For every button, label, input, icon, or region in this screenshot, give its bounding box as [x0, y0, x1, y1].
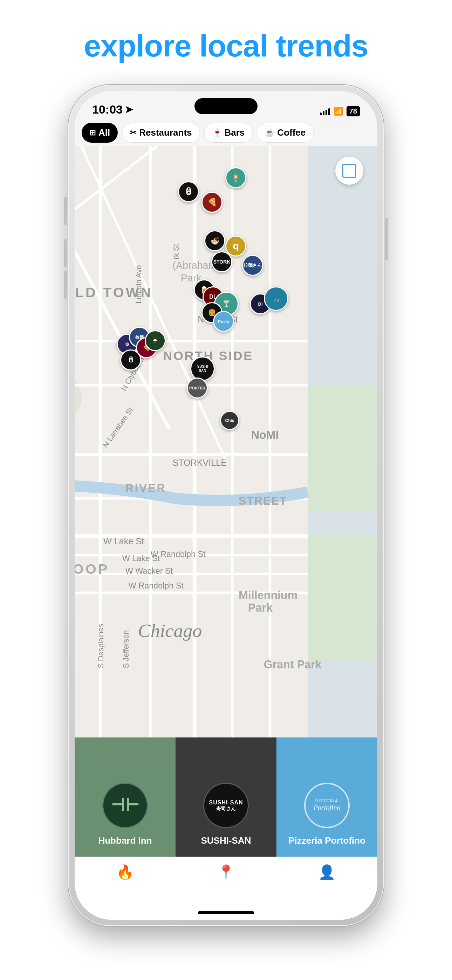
- sushi-san-logo: SUSHI-SAN 寿司さん: [203, 783, 249, 828]
- svg-text:Park: Park: [248, 601, 272, 614]
- home-indicator: [75, 906, 377, 920]
- filter-all-label: All: [99, 127, 110, 138]
- venue-card-portofino[interactable]: PIZZERIA Portofino Pizzeria Portofino: [277, 737, 377, 857]
- svg-rect-2: [308, 536, 377, 662]
- home-bar: [198, 911, 254, 914]
- svg-text:rk St: rk St: [172, 244, 180, 259]
- venue-card-hubbard-inn[interactable]: ⊣⊢ Hubbard Inn: [75, 737, 175, 857]
- phone-screen: 10:03 ➤ 📶 78 ⊞ All ✂ Re: [75, 91, 377, 920]
- svg-text:STREET: STREET: [239, 495, 287, 507]
- map-area[interactable]: W Chicago Ave W Ohio St W Lake St N Clar…: [75, 146, 377, 737]
- svg-text:Grant Park: Grant Park: [264, 658, 321, 671]
- svg-text:W Wacker St: W Wacker St: [126, 566, 173, 576]
- svg-text:W Lake St: W Lake St: [103, 536, 144, 546]
- coffee-cup-icon: ☕: [265, 128, 274, 137]
- svg-text:STORKVILLE: STORKVILLE: [172, 458, 226, 468]
- portofino-name: Pizzeria Portofino: [288, 835, 366, 846]
- svg-text:Millennium: Millennium: [239, 589, 298, 601]
- person-icon: 👤: [318, 864, 336, 880]
- wine-glass-icon: 🍷: [212, 128, 222, 137]
- signal-bars: [320, 108, 330, 115]
- map-pin-sushi-san[interactable]: SUSHISAN: [190, 356, 215, 381]
- tab-bar: 🔥 📍 👤: [75, 857, 377, 906]
- svg-rect-1: [308, 385, 377, 511]
- filter-restaurants[interactable]: ✂ Restaurants: [122, 123, 200, 143]
- filter-all[interactable]: ⊞ All: [82, 123, 118, 143]
- map-pin-green[interactable]: チ: [145, 330, 166, 351]
- time-display: 10:03: [92, 103, 123, 116]
- wifi-icon: 📶: [334, 107, 343, 116]
- map-pin-barrel[interactable]: 🛢: [178, 181, 199, 202]
- svg-text:⊣⊢: ⊣⊢: [111, 795, 140, 814]
- tab-map[interactable]: 📍: [217, 864, 235, 880]
- signal-bar-4: [328, 108, 330, 115]
- map-pin-portofino[interactable]: Porto: [213, 311, 234, 332]
- filter-bar: ⊞ All ✂ Restaurants 🍷 Bars ☕ Coffee: [75, 119, 377, 146]
- filter-coffee-label: Coffee: [277, 127, 306, 138]
- sushi-san-name: SUSHI-SAN: [201, 835, 251, 846]
- tab-trending[interactable]: 🔥: [116, 864, 134, 880]
- map-pin-porter[interactable]: PORTER: [187, 377, 208, 399]
- bottom-cards: ⊣⊢ Hubbard Inn SUSHI-SAN 寿司さん SUSHI-SAN: [75, 737, 377, 857]
- status-icons: 📶 78: [320, 106, 360, 116]
- flame-icon: 🔥: [116, 864, 134, 880]
- svg-text:OLD TOWN: OLD TOWN: [75, 285, 153, 300]
- svg-text:S Jefferson: S Jefferson: [122, 630, 131, 668]
- signal-bar-1: [320, 113, 321, 115]
- grid-icon: ⊞: [89, 128, 95, 137]
- svg-text:LOOP: LOOP: [75, 561, 109, 577]
- map-pin-chicago[interactable]: Chic: [220, 411, 239, 430]
- hubbard-inn-logo: ⊣⊢: [102, 783, 148, 828]
- hubbard-inn-name: Hubbard Inn: [98, 835, 152, 846]
- venue-card-sushi-san[interactable]: SUSHI-SAN 寿司さん SUSHI-SAN: [175, 737, 277, 857]
- signal-bar-2: [323, 111, 325, 115]
- status-time: 10:03 ➤: [92, 103, 133, 116]
- fork-knife-icon: ✂: [130, 128, 136, 137]
- svg-text:W Randolph St: W Randolph St: [129, 581, 184, 590]
- target-icon: [342, 164, 357, 178]
- location-arrow-icon: ➤: [125, 104, 133, 115]
- map-pin-icon: 📍: [217, 864, 235, 880]
- battery-indicator: 78: [347, 106, 360, 116]
- page-title: explore local trends: [84, 28, 368, 64]
- svg-text:Chicago: Chicago: [138, 620, 202, 641]
- map-pin-storkville[interactable]: STORK: [211, 251, 232, 272]
- map-pin-teal[interactable]: 🍹: [225, 167, 246, 188]
- filter-restaurants-label: Restaurants: [139, 127, 192, 138]
- svg-text:S Desplaines: S Desplaines: [97, 624, 105, 668]
- svg-text:W Lake St: W Lake St: [122, 554, 160, 563]
- map-svg: W Chicago Ave W Ohio St W Lake St N Clar…: [75, 146, 377, 737]
- tab-profile[interactable]: 👤: [318, 864, 336, 880]
- filter-bars-label: Bars: [224, 127, 245, 138]
- map-pin-ramen-1[interactable]: 🍜: [204, 230, 225, 251]
- phone-shell: 10:03 ➤ 📶 78 ⊞ All ✂ Re: [68, 85, 384, 926]
- svg-text:NoMI: NoMI: [251, 429, 279, 441]
- portofino-logo: PIZZERIA Portofino: [304, 783, 350, 828]
- filter-coffee[interactable]: ☕ Coffee: [257, 123, 314, 143]
- dynamic-island: [194, 98, 258, 114]
- map-pin-barrel-2[interactable]: 🛢: [120, 350, 141, 371]
- map-pin-red[interactable]: 🍕: [202, 192, 223, 213]
- location-target-button[interactable]: [335, 157, 363, 185]
- signal-bar-3: [326, 110, 327, 115]
- filter-bars[interactable]: 🍷 Bars: [204, 123, 253, 143]
- svg-line-21: [75, 146, 157, 272]
- svg-point-3: [75, 366, 81, 429]
- map-pin-blue-big[interactable]: 🎣: [264, 286, 288, 311]
- map-pin-ramen-san-1[interactable]: 拉麺さん: [242, 255, 263, 276]
- svg-text:RIVER: RIVER: [126, 482, 166, 495]
- svg-text:N Larrabee St: N Larrabee St: [101, 406, 135, 449]
